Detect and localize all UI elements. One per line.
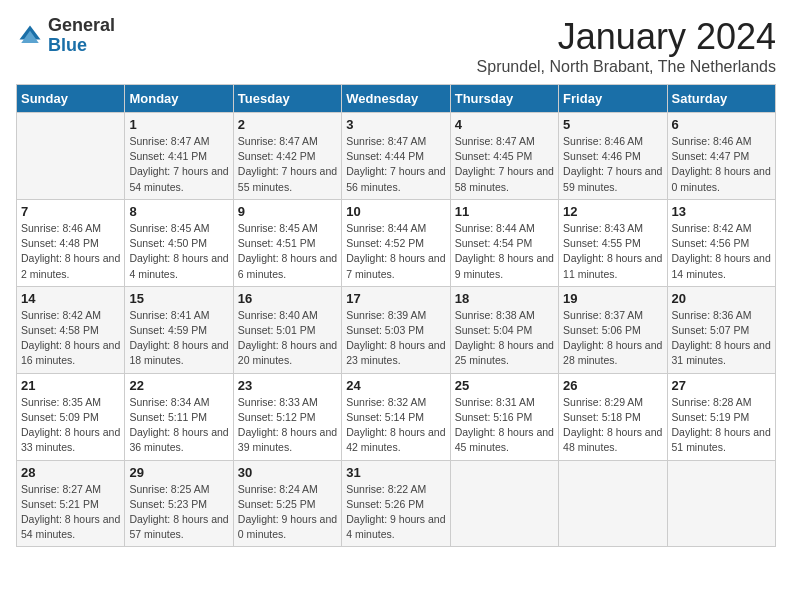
day-number: 17 (346, 291, 445, 306)
calendar-cell: 19Sunrise: 8:37 AMSunset: 5:06 PMDayligh… (559, 286, 667, 373)
page-header: General Blue January 2024 Sprundel, Nort… (16, 16, 776, 76)
calendar-cell (450, 460, 558, 547)
header-friday: Friday (559, 85, 667, 113)
calendar-week-row: 14Sunrise: 8:42 AMSunset: 4:58 PMDayligh… (17, 286, 776, 373)
day-info: Sunrise: 8:37 AMSunset: 5:06 PMDaylight:… (563, 308, 662, 369)
day-number: 9 (238, 204, 337, 219)
calendar-cell: 1Sunrise: 8:47 AMSunset: 4:41 PMDaylight… (125, 113, 233, 200)
day-number: 4 (455, 117, 554, 132)
calendar-header-row: SundayMondayTuesdayWednesdayThursdayFrid… (17, 85, 776, 113)
day-info: Sunrise: 8:42 AMSunset: 4:58 PMDaylight:… (21, 308, 120, 369)
day-number: 13 (672, 204, 771, 219)
calendar-cell: 4Sunrise: 8:47 AMSunset: 4:45 PMDaylight… (450, 113, 558, 200)
calendar-cell: 6Sunrise: 8:46 AMSunset: 4:47 PMDaylight… (667, 113, 775, 200)
calendar-cell: 29Sunrise: 8:25 AMSunset: 5:23 PMDayligh… (125, 460, 233, 547)
day-number: 22 (129, 378, 228, 393)
day-number: 26 (563, 378, 662, 393)
day-number: 30 (238, 465, 337, 480)
calendar-cell: 28Sunrise: 8:27 AMSunset: 5:21 PMDayligh… (17, 460, 125, 547)
day-info: Sunrise: 8:46 AMSunset: 4:47 PMDaylight:… (672, 134, 771, 195)
calendar-cell: 26Sunrise: 8:29 AMSunset: 5:18 PMDayligh… (559, 373, 667, 460)
day-info: Sunrise: 8:29 AMSunset: 5:18 PMDaylight:… (563, 395, 662, 456)
day-number: 7 (21, 204, 120, 219)
calendar-week-row: 21Sunrise: 8:35 AMSunset: 5:09 PMDayligh… (17, 373, 776, 460)
day-number: 15 (129, 291, 228, 306)
calendar-cell: 7Sunrise: 8:46 AMSunset: 4:48 PMDaylight… (17, 199, 125, 286)
calendar-cell: 11Sunrise: 8:44 AMSunset: 4:54 PMDayligh… (450, 199, 558, 286)
calendar-week-row: 28Sunrise: 8:27 AMSunset: 5:21 PMDayligh… (17, 460, 776, 547)
day-number: 8 (129, 204, 228, 219)
logo-blue: Blue (48, 36, 115, 56)
header-thursday: Thursday (450, 85, 558, 113)
day-number: 24 (346, 378, 445, 393)
calendar-cell: 24Sunrise: 8:32 AMSunset: 5:14 PMDayligh… (342, 373, 450, 460)
day-info: Sunrise: 8:45 AMSunset: 4:51 PMDaylight:… (238, 221, 337, 282)
day-number: 12 (563, 204, 662, 219)
calendar-cell: 23Sunrise: 8:33 AMSunset: 5:12 PMDayligh… (233, 373, 341, 460)
day-number: 6 (672, 117, 771, 132)
day-info: Sunrise: 8:47 AMSunset: 4:42 PMDaylight:… (238, 134, 337, 195)
day-number: 11 (455, 204, 554, 219)
calendar-cell: 30Sunrise: 8:24 AMSunset: 5:25 PMDayligh… (233, 460, 341, 547)
day-info: Sunrise: 8:47 AMSunset: 4:44 PMDaylight:… (346, 134, 445, 195)
day-info: Sunrise: 8:35 AMSunset: 5:09 PMDaylight:… (21, 395, 120, 456)
calendar-cell: 27Sunrise: 8:28 AMSunset: 5:19 PMDayligh… (667, 373, 775, 460)
day-info: Sunrise: 8:36 AMSunset: 5:07 PMDaylight:… (672, 308, 771, 369)
logo-general: General (48, 16, 115, 36)
day-number: 19 (563, 291, 662, 306)
calendar-cell: 14Sunrise: 8:42 AMSunset: 4:58 PMDayligh… (17, 286, 125, 373)
calendar-cell: 31Sunrise: 8:22 AMSunset: 5:26 PMDayligh… (342, 460, 450, 547)
day-info: Sunrise: 8:45 AMSunset: 4:50 PMDaylight:… (129, 221, 228, 282)
day-info: Sunrise: 8:47 AMSunset: 4:45 PMDaylight:… (455, 134, 554, 195)
day-number: 5 (563, 117, 662, 132)
calendar-cell: 3Sunrise: 8:47 AMSunset: 4:44 PMDaylight… (342, 113, 450, 200)
calendar-cell (667, 460, 775, 547)
header-saturday: Saturday (667, 85, 775, 113)
calendar-cell: 16Sunrise: 8:40 AMSunset: 5:01 PMDayligh… (233, 286, 341, 373)
calendar-week-row: 1Sunrise: 8:47 AMSunset: 4:41 PMDaylight… (17, 113, 776, 200)
header-monday: Monday (125, 85, 233, 113)
day-info: Sunrise: 8:22 AMSunset: 5:26 PMDaylight:… (346, 482, 445, 543)
day-info: Sunrise: 8:44 AMSunset: 4:52 PMDaylight:… (346, 221, 445, 282)
calendar-cell: 18Sunrise: 8:38 AMSunset: 5:04 PMDayligh… (450, 286, 558, 373)
header-wednesday: Wednesday (342, 85, 450, 113)
day-info: Sunrise: 8:32 AMSunset: 5:14 PMDaylight:… (346, 395, 445, 456)
calendar-cell: 8Sunrise: 8:45 AMSunset: 4:50 PMDaylight… (125, 199, 233, 286)
day-number: 28 (21, 465, 120, 480)
calendar-cell: 25Sunrise: 8:31 AMSunset: 5:16 PMDayligh… (450, 373, 558, 460)
day-number: 29 (129, 465, 228, 480)
logo-text: General Blue (48, 16, 115, 56)
day-info: Sunrise: 8:31 AMSunset: 5:16 PMDaylight:… (455, 395, 554, 456)
day-info: Sunrise: 8:41 AMSunset: 4:59 PMDaylight:… (129, 308, 228, 369)
calendar-table: SundayMondayTuesdayWednesdayThursdayFrid… (16, 84, 776, 547)
calendar-cell: 20Sunrise: 8:36 AMSunset: 5:07 PMDayligh… (667, 286, 775, 373)
calendar-cell: 2Sunrise: 8:47 AMSunset: 4:42 PMDaylight… (233, 113, 341, 200)
day-info: Sunrise: 8:43 AMSunset: 4:55 PMDaylight:… (563, 221, 662, 282)
calendar-cell: 12Sunrise: 8:43 AMSunset: 4:55 PMDayligh… (559, 199, 667, 286)
day-info: Sunrise: 8:46 AMSunset: 4:46 PMDaylight:… (563, 134, 662, 195)
day-info: Sunrise: 8:38 AMSunset: 5:04 PMDaylight:… (455, 308, 554, 369)
day-number: 2 (238, 117, 337, 132)
location-title: Sprundel, North Brabant, The Netherlands (477, 58, 776, 76)
day-number: 21 (21, 378, 120, 393)
calendar-week-row: 7Sunrise: 8:46 AMSunset: 4:48 PMDaylight… (17, 199, 776, 286)
calendar-cell: 10Sunrise: 8:44 AMSunset: 4:52 PMDayligh… (342, 199, 450, 286)
calendar-cell: 22Sunrise: 8:34 AMSunset: 5:11 PMDayligh… (125, 373, 233, 460)
day-number: 27 (672, 378, 771, 393)
day-number: 1 (129, 117, 228, 132)
day-info: Sunrise: 8:33 AMSunset: 5:12 PMDaylight:… (238, 395, 337, 456)
calendar-cell: 15Sunrise: 8:41 AMSunset: 4:59 PMDayligh… (125, 286, 233, 373)
day-info: Sunrise: 8:47 AMSunset: 4:41 PMDaylight:… (129, 134, 228, 195)
header-tuesday: Tuesday (233, 85, 341, 113)
day-number: 16 (238, 291, 337, 306)
day-info: Sunrise: 8:40 AMSunset: 5:01 PMDaylight:… (238, 308, 337, 369)
calendar-cell: 21Sunrise: 8:35 AMSunset: 5:09 PMDayligh… (17, 373, 125, 460)
day-number: 20 (672, 291, 771, 306)
day-info: Sunrise: 8:25 AMSunset: 5:23 PMDaylight:… (129, 482, 228, 543)
day-number: 10 (346, 204, 445, 219)
day-number: 25 (455, 378, 554, 393)
calendar-cell: 17Sunrise: 8:39 AMSunset: 5:03 PMDayligh… (342, 286, 450, 373)
day-number: 31 (346, 465, 445, 480)
month-title: January 2024 (477, 16, 776, 58)
logo-icon (16, 22, 44, 50)
